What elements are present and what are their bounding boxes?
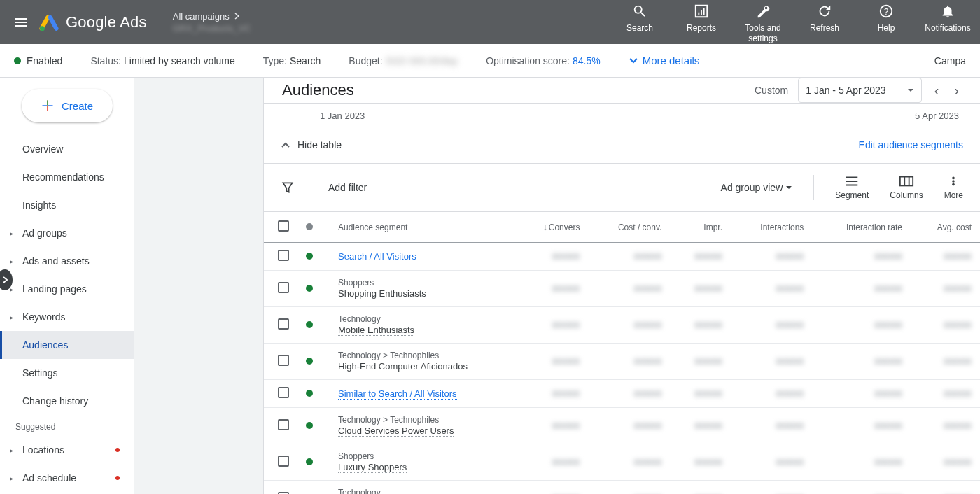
sidebar-item-ads-and-assets[interactable]: ▸Ads and assets	[0, 247, 134, 275]
date-range-label: Custom	[755, 85, 788, 96]
metric-value: 000000	[944, 421, 972, 431]
sidebar-item-audiences[interactable]: Audiences	[0, 331, 134, 359]
row-checkbox[interactable]	[278, 456, 289, 467]
prev-period-button[interactable]: ‹	[932, 80, 942, 101]
metric-value: 000000	[776, 320, 804, 330]
campaign-edge-text: Campa	[934, 55, 966, 66]
sidebar-item-change-history[interactable]: Change history	[0, 387, 134, 415]
more-icon	[946, 175, 961, 188]
row-checkbox[interactable]	[278, 419, 289, 430]
add-filter-button[interactable]: Add filter	[328, 182, 367, 193]
columns-button[interactable]: Columns	[890, 175, 923, 200]
sidebar-item-label: Insights	[22, 199, 56, 211]
breadcrumb[interactable]: All campaigns GRX_Products_VC	[173, 11, 251, 34]
sidebar-item-insights[interactable]: Insights	[0, 191, 134, 219]
table-row: Technology > TechnophilesHigh-End Comput…	[264, 344, 980, 380]
date-range-picker[interactable]: 1 Jan - 5 Apr 2023	[798, 78, 921, 103]
select-all-checkbox[interactable]	[278, 220, 289, 232]
view-toggle[interactable]: Ad group view	[721, 182, 793, 193]
chevron-up-icon	[281, 140, 290, 150]
metric-value: 000000	[634, 421, 662, 431]
row-checkbox[interactable]	[278, 318, 289, 330]
sidebar-item-landing-pages[interactable]: ▸Landing pages	[0, 275, 134, 303]
menu-icon[interactable]	[13, 14, 29, 31]
secondary-column	[134, 78, 264, 494]
caret-icon: ▸	[10, 474, 20, 482]
status-text: Status:Limited by search volume	[90, 55, 234, 66]
chevron-down-icon	[785, 184, 792, 191]
refresh-button[interactable]: Refresh	[801, 3, 848, 33]
segment-name: Mobile Enthusiasts	[338, 325, 414, 336]
segment-name[interactable]: Search / All Visitors	[338, 251, 416, 262]
optimisation-score: Optimisation score:84.5%	[486, 55, 601, 66]
row-checkbox[interactable]	[278, 355, 289, 366]
edit-audience-segments-link[interactable]: Edit audience segments	[859, 139, 963, 150]
col-cost-conv[interactable]: Cost / conv.	[588, 212, 670, 243]
segment-name: Luxury Shoppers	[338, 462, 407, 473]
col-avg-cost[interactable]: Avg. cost	[911, 212, 980, 243]
metric-value: 000000	[776, 284, 804, 294]
chart-start-date: 1 Jan 2023	[320, 111, 365, 121]
tools-settings-button[interactable]: Tools and settings	[739, 3, 787, 43]
sidebar-item-keywords[interactable]: ▸Keywords	[0, 303, 134, 331]
google-ads-logo-icon	[39, 13, 59, 32]
search-icon	[632, 3, 648, 19]
metric-value: 000000	[634, 389, 662, 399]
table-header-row: Audience segment ↓Convers Cost / conv. I…	[264, 212, 980, 243]
app-header: Google Ads All campaigns GRX_Products_VC…	[0, 0, 980, 44]
sidebar-item-ad-schedule[interactable]: ▸Ad schedule	[0, 464, 134, 492]
segment-category: Technology	[338, 488, 507, 494]
col-impr[interactable]: Impr.	[670, 212, 731, 243]
search-button[interactable]: Search	[616, 3, 664, 33]
reports-button[interactable]: Reports	[678, 3, 725, 33]
type-text: Type:Search	[263, 55, 321, 66]
sidebar-item-label: Ads and assets	[22, 255, 90, 267]
row-checkbox[interactable]	[278, 250, 289, 261]
sidebar-item-locations[interactable]: ▸Locations	[0, 436, 134, 464]
sidebar-item-ad-groups[interactable]: ▸Ad groups	[0, 219, 134, 247]
metric-value: 000000	[944, 252, 972, 262]
alert-dot-icon	[115, 476, 120, 480]
metric-value: 000000	[694, 320, 722, 330]
filter-icon[interactable]	[281, 181, 295, 195]
segment-button[interactable]: Segment	[835, 175, 869, 200]
chevron-down-icon	[907, 87, 914, 94]
sidebar-item-overview[interactable]: Overview	[0, 135, 134, 163]
svg-point-6	[952, 183, 955, 186]
caret-icon: ▸	[10, 230, 20, 237]
metric-value: 000000	[634, 320, 662, 330]
metric-value: 000000	[874, 252, 902, 262]
notifications-button[interactable]: Notifications	[924, 3, 972, 33]
brand[interactable]: Google Ads	[39, 13, 147, 32]
table-tools-row: Hide table Edit audience segments	[264, 129, 980, 164]
create-button[interactable]: Create	[22, 89, 113, 122]
status-dot-icon	[306, 458, 313, 465]
segment-name[interactable]: Similar to Search / All Visitors	[338, 388, 457, 400]
col-conversions[interactable]: ↓Convers	[516, 212, 589, 243]
col-segment[interactable]: Audience segment	[321, 212, 474, 243]
hide-table-toggle[interactable]: Hide table	[281, 139, 342, 150]
sidebar-item-label: Keywords	[22, 311, 65, 323]
reports-icon	[694, 3, 709, 19]
metric-value: 000000	[552, 320, 580, 330]
col-interactions[interactable]: Interactions	[731, 212, 812, 243]
sidebar-item-recommendations[interactable]: Recommendations	[0, 163, 134, 191]
status-dot-icon	[306, 390, 313, 397]
metric-value: 000000	[776, 252, 804, 262]
metric-value: 000000	[552, 284, 580, 294]
col-interaction-rate[interactable]: Interaction rate	[812, 212, 911, 243]
budget-text: Budget:SGD 000.00/day	[349, 55, 458, 66]
more-button[interactable]: More	[944, 175, 963, 200]
segment-category: Shoppers	[338, 278, 507, 288]
metric-value: 000000	[694, 357, 722, 367]
more-details-toggle[interactable]: More details	[629, 55, 700, 66]
next-period-button[interactable]: ›	[951, 80, 962, 101]
sidebar-item-label: Ad schedule	[22, 472, 76, 484]
row-checkbox[interactable]	[278, 387, 289, 398]
row-checkbox[interactable]	[278, 282, 289, 293]
sidebar-item-settings[interactable]: Settings	[0, 359, 134, 387]
metric-value: 000000	[874, 320, 902, 330]
bell-icon	[940, 3, 955, 19]
help-button[interactable]: ? Help	[862, 3, 910, 33]
caret-icon: ▸	[10, 446, 20, 454]
